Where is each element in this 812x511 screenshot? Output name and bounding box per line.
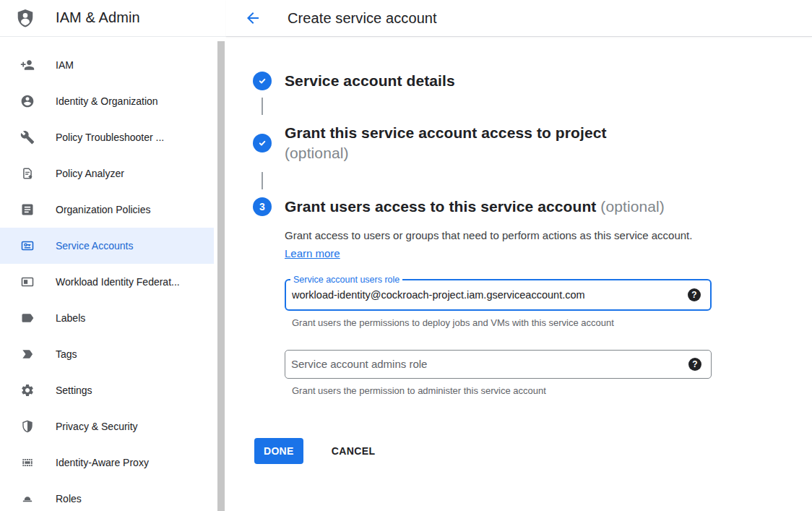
step-3-optional-label: (optional)	[600, 198, 665, 215]
sidebar-item-label: Identity-Aware Proxy	[56, 457, 149, 468]
service-account-icon	[20, 239, 35, 253]
sidebar-item-policy-troubleshooter[interactable]: Policy Troubleshooter ...	[0, 119, 214, 155]
step-3-number: 3	[259, 201, 265, 212]
grant-users-description: Grant access to users or groups that nee…	[285, 226, 698, 262]
step-connector	[262, 98, 263, 115]
service-account-admins-role-field: ?	[285, 350, 712, 379]
sidebar-item-label: Workload Identity Federat...	[56, 276, 180, 288]
tag-arrow-icon	[20, 347, 35, 361]
shield-icon	[20, 419, 35, 434]
sidebar-item-label: Labels	[56, 312, 85, 324]
article-icon	[20, 202, 35, 217]
sidebar-item-label: Tags	[56, 348, 77, 360]
sidebar-item-organization-policies[interactable]: Organization Policies	[0, 192, 214, 228]
sidebar-scrollbar-thumb[interactable]	[217, 41, 225, 511]
step-2-title-text: Grant this service account access to pro…	[285, 124, 607, 141]
product-title: IAM & Admin	[56, 9, 140, 26]
sidebar-item-settings[interactable]: Settings	[0, 372, 214, 408]
step-1-title[interactable]: Service account details	[285, 72, 455, 90]
person-add-icon	[20, 58, 35, 72]
sidebar-item-roles[interactable]: Roles	[0, 481, 214, 511]
page-title: Create service account	[288, 10, 437, 27]
step-3-row: 3 Grant users access to this service acc…	[253, 197, 812, 216]
check-icon	[255, 136, 269, 150]
wizard-actions: DONE CANCEL	[254, 438, 812, 464]
admins-role-input[interactable]	[285, 351, 711, 378]
step-1-row: Service account details	[253, 72, 812, 90]
account-circle-icon	[20, 94, 35, 108]
sidebar-item-label: IAM	[56, 59, 74, 71]
help-icon[interactable]: ?	[688, 358, 701, 371]
sidebar-item-identity-organization[interactable]: Identity & Organization	[0, 83, 214, 119]
iam-shield-logo-icon	[15, 8, 35, 28]
step-2-row: Grant this service account access to pro…	[253, 123, 812, 163]
back-button[interactable]	[243, 9, 262, 28]
sidebar-item-iam[interactable]: IAM	[0, 47, 214, 83]
iam-admin-sidebar: IAM & Admin IAMIdentity & OrganizationPo…	[0, 0, 226, 511]
grant-users-section: Grant access to users or groups that nee…	[285, 226, 712, 396]
step-3-title: Grant users access to this service accou…	[285, 197, 665, 216]
step-connector	[262, 172, 263, 189]
learn-more-link[interactable]: Learn more	[285, 247, 340, 259]
check-icon	[255, 74, 269, 88]
sidebar-item-label: Policy Analyzer	[56, 168, 124, 179]
step-1-indicator	[253, 72, 272, 90]
sidebar-nav: IAMIdentity & OrganizationPolicy Trouble…	[0, 37, 226, 511]
main-panel: Create service account Service account d…	[226, 0, 812, 511]
sidebar-item-label: Privacy & Security	[56, 421, 138, 432]
hat-icon	[20, 491, 35, 506]
cancel-button[interactable]: CANCEL	[329, 439, 379, 463]
step-2-title[interactable]: Grant this service account access to pro…	[285, 123, 607, 163]
sidebar-item-label: Organization Policies	[56, 204, 151, 215]
sidebar-item-privacy-security[interactable]: Privacy & Security	[0, 408, 214, 445]
wizard-content: Service account details Grant this servi…	[226, 37, 812, 464]
sidebar-item-label: Settings	[56, 385, 92, 396]
sidebar-item-service-accounts[interactable]: Service Accounts	[0, 228, 214, 264]
sidebar-item-label: Policy Troubleshooter ...	[56, 132, 164, 143]
gear-icon	[20, 383, 35, 398]
step-2-indicator	[253, 134, 272, 153]
create-service-account-page: IAM & Admin IAMIdentity & OrganizationPo…	[0, 0, 812, 511]
sidebar-item-label: Service Accounts	[56, 240, 133, 252]
sidebar-item-workload-identity-federat[interactable]: Workload Identity Federat...	[0, 264, 214, 300]
grant-users-description-text: Grant access to users or groups that nee…	[285, 229, 692, 241]
step-3-indicator: 3	[253, 197, 272, 216]
arrow-back-icon	[244, 9, 262, 27]
iap-grid-icon	[20, 455, 35, 470]
sidebar-item-labels[interactable]: Labels	[0, 300, 214, 336]
sidebar-header: IAM & Admin	[0, 0, 226, 37]
service-account-users-role-field: Service account users role ?	[285, 279, 712, 311]
sidebar-item-label: Identity & Organization	[56, 95, 158, 107]
help-icon[interactable]: ?	[688, 288, 701, 301]
step-2-optional-label: (optional)	[285, 145, 349, 161]
wrench-icon	[20, 130, 35, 145]
sidebar-item-policy-analyzer[interactable]: Policy Analyzer	[0, 155, 214, 192]
id-card-icon	[20, 275, 35, 289]
policy-analyzer-icon	[20, 166, 35, 181]
step-3-title-text: Grant users access to this service accou…	[285, 198, 596, 215]
label-tag-icon	[20, 311, 35, 325]
page-topbar: Create service account	[226, 0, 812, 37]
sidebar-item-identity-aware-proxy[interactable]: Identity-Aware Proxy	[0, 445, 214, 481]
admins-role-helper-text: Grant users the permission to administer…	[292, 385, 712, 396]
done-button[interactable]: DONE	[254, 438, 303, 464]
users-role-field-label: Service account users role	[290, 274, 402, 286]
users-role-helper-text: Grant users the permissions to deploy jo…	[292, 317, 712, 328]
sidebar-item-label: Roles	[56, 493, 82, 504]
sidebar-item-tags[interactable]: Tags	[0, 336, 214, 372]
